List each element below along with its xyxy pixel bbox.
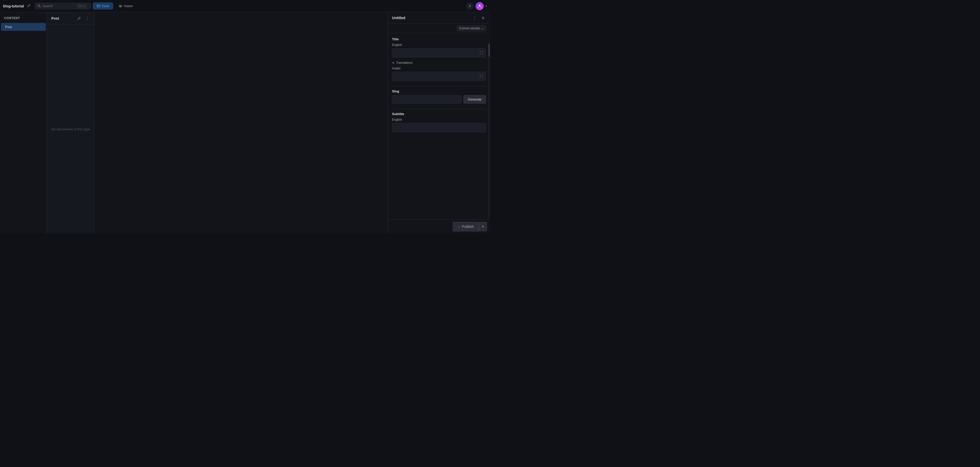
section-divider-2 xyxy=(392,109,486,109)
bottom-bar: ↑ Publish ▾ xyxy=(388,219,490,234)
notification-badge[interactable]: 0 xyxy=(466,3,473,10)
right-panel-more-button[interactable]: ⋮ xyxy=(472,15,478,21)
publish-up-icon: ↑ xyxy=(458,225,460,229)
content-list-panel: Post ⋮ No documents of this type xyxy=(47,12,94,234)
content-list-actions: ⋮ xyxy=(76,15,90,21)
svg-point-7 xyxy=(479,4,480,6)
right-panel-body: Title English ▼ Translations xyxy=(388,33,490,219)
publish-label: Publish xyxy=(462,225,474,229)
user-avatar[interactable] xyxy=(476,2,484,10)
desk-label: Desk xyxy=(102,4,110,8)
subtitle-english-input-wrapper[interactable] xyxy=(392,123,486,132)
vision-label: Vision xyxy=(124,4,133,8)
sidebar-heading: Content xyxy=(0,15,47,23)
content-list-header: Post ⋮ xyxy=(47,12,94,25)
section-divider-1 xyxy=(392,86,486,86)
sidebar: Content Post › xyxy=(0,12,47,234)
vision-icon xyxy=(119,4,122,8)
title-input-expand-icon xyxy=(479,51,483,55)
edit-icon[interactable] xyxy=(27,4,30,8)
title-english-input[interactable] xyxy=(395,51,479,55)
desk-icon xyxy=(97,4,100,8)
title-arabic-expand-icon xyxy=(479,74,483,79)
doc-editor-panel xyxy=(94,12,388,234)
close-icon: ✕ xyxy=(481,16,485,21)
vision-button[interactable]: Vision xyxy=(115,3,136,9)
subtitle-english-input[interactable] xyxy=(395,126,483,130)
version-bar: Current version ⌄ xyxy=(388,24,490,33)
translations-label: Translations xyxy=(396,61,413,65)
right-panel-title: Untitled xyxy=(392,16,405,20)
edit-doc-icon xyxy=(77,17,81,21)
search-icon xyxy=(38,4,41,8)
search-shortcut: Ctrl K xyxy=(77,4,87,8)
scroll-track xyxy=(488,43,490,218)
app-title: blog-tutorial xyxy=(3,4,24,8)
doc-panel-body xyxy=(94,12,388,234)
translations-toggle[interactable]: ▼ Translations xyxy=(392,61,486,65)
svg-rect-2 xyxy=(97,5,100,7)
title-field-label: Title xyxy=(392,37,486,41)
version-label: Current version xyxy=(459,27,480,30)
badge-count: 0 xyxy=(469,4,471,8)
title-arabic-input[interactable] xyxy=(395,75,479,78)
sidebar-item-label-post: Post xyxy=(5,25,12,29)
close-panel-button[interactable]: ✕ xyxy=(480,15,486,21)
sidebar-chevron-icon: › xyxy=(41,25,42,29)
publish-button[interactable]: ↑ Publish xyxy=(453,222,479,232)
subtitle-field-label: Subtitle xyxy=(392,112,486,116)
right-panel-actions: ⋮ ✕ xyxy=(472,15,486,21)
translations-arrow-icon: ▼ xyxy=(392,62,395,64)
right-panel: Untitled ⋮ ✕ Current version ⌄ Title xyxy=(388,12,490,234)
subtitle-section: Subtitle English xyxy=(392,112,486,132)
slug-input[interactable] xyxy=(392,95,461,103)
svg-line-1 xyxy=(40,6,41,8)
subtitle-english-sublabel: English xyxy=(392,118,486,121)
more-options-button[interactable]: ⋮ xyxy=(84,15,90,21)
title-arabic-sublabel: Arabic xyxy=(392,67,486,70)
desk-button[interactable]: Desk xyxy=(93,3,113,10)
more-options-icon: ⋮ xyxy=(85,16,89,21)
main-layout: Content Post › Post ⋮ No documents of th… xyxy=(0,12,490,234)
version-chevron-icon: ⌄ xyxy=(481,27,484,30)
generate-button[interactable]: Generate xyxy=(463,95,486,103)
title-section: Title English ▼ Translations xyxy=(392,37,486,81)
sidebar-item-post[interactable]: Post › xyxy=(1,23,46,31)
avatar-icon xyxy=(477,3,482,9)
title-arabic-input-wrapper[interactable] xyxy=(392,72,486,81)
edit-document-button[interactable] xyxy=(76,15,82,21)
version-selector[interactable]: Current version ⌄ xyxy=(457,25,486,32)
right-panel-more-icon: ⋮ xyxy=(473,16,477,21)
empty-message: No documents of this type xyxy=(52,127,90,131)
content-list-title: Post xyxy=(51,16,59,21)
publish-dropdown-button[interactable]: ▾ xyxy=(479,222,487,231)
publish-dropdown-chevron-icon: ▾ xyxy=(482,225,484,229)
slug-section: Slug Generate xyxy=(392,89,486,103)
search-input[interactable] xyxy=(42,4,76,8)
top-nav: blog-tutorial Ctrl K Desk Vision 0 xyxy=(0,0,490,12)
search-bar[interactable]: Ctrl K xyxy=(35,3,91,10)
right-panel-header: Untitled ⋮ ✕ xyxy=(388,12,490,24)
svg-point-6 xyxy=(120,6,121,6)
slug-row: Generate xyxy=(392,95,486,103)
title-english-sublabel: English xyxy=(392,43,486,47)
content-list-empty: No documents of this type xyxy=(47,25,94,234)
title-english-input-wrapper[interactable] xyxy=(392,48,486,57)
slug-field-label: Slug xyxy=(392,89,486,93)
scroll-thumb xyxy=(488,44,490,57)
svg-point-5 xyxy=(119,5,122,7)
avatar-chevron-icon[interactable]: ▾ xyxy=(486,5,487,7)
